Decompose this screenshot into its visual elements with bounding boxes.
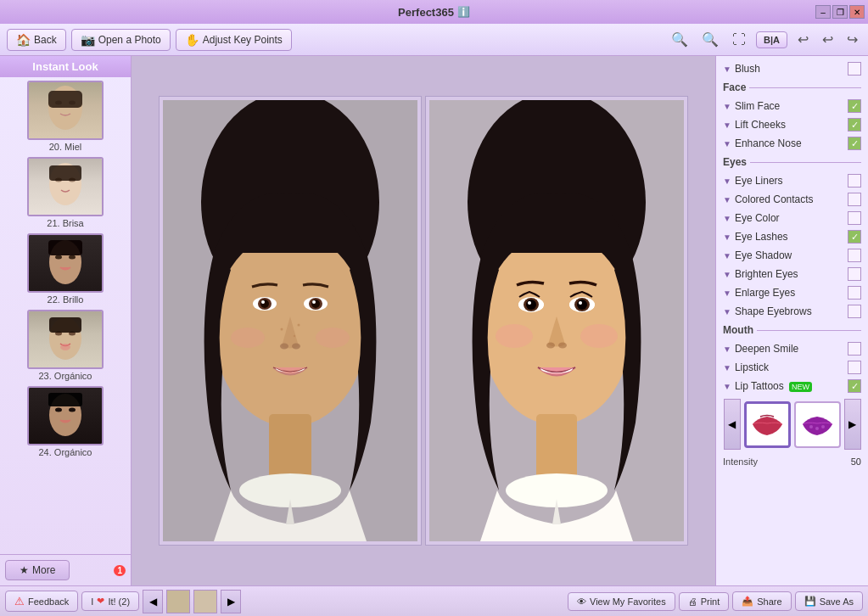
sidebar-item-21[interactable]: 21. Brisa <box>3 157 127 228</box>
lip-tattoos-arrow: ▼ <box>723 382 731 391</box>
eye-color-label: Eye Color <box>735 212 844 224</box>
mouth-section-header: Mouth <box>716 321 868 339</box>
face-section-line <box>749 87 861 88</box>
undo-button[interactable]: ↩ <box>794 30 812 49</box>
open-photo-button[interactable]: 📷 Open a Photo <box>71 29 171 51</box>
more-button[interactable]: ★ More <box>5 560 70 580</box>
svg-point-52 <box>577 300 587 310</box>
redo-button[interactable]: ↪ <box>843 30 861 49</box>
lipstick-checkbox[interactable] <box>848 361 861 374</box>
more-badge: 1 <box>114 565 126 576</box>
adjust-label: Adjust Key Points <box>203 34 283 46</box>
lift-cheeks-checkbox[interactable]: ✓ <box>848 118 861 132</box>
enhanced-face-image <box>429 100 684 541</box>
photo-area <box>132 56 715 585</box>
eye-color-checkbox[interactable] <box>848 211 861 225</box>
print-button[interactable]: 🖨 Print <box>679 592 730 611</box>
enhance-nose-checkbox[interactable]: ✓ <box>848 137 861 150</box>
svg-rect-24 <box>269 414 311 482</box>
svg-point-19 <box>69 408 76 412</box>
shape-eyebrows-label: Shape Eyebrows <box>735 305 844 317</box>
bia-button[interactable]: B|A <box>756 31 787 48</box>
eye-lashes-checkbox[interactable]: ✓ <box>848 230 861 244</box>
svg-point-10 <box>69 255 76 260</box>
adjust-key-points-button[interactable]: ✋ Adjust Key Points <box>176 29 292 51</box>
nav-left-button[interactable]: ◀ <box>143 590 163 613</box>
svg-point-59 <box>815 427 819 430</box>
info-icon: ℹ️ <box>457 6 470 18</box>
zoom-in-button[interactable]: 🔍 <box>668 30 692 49</box>
colored-contacts-label: Colored Contacts <box>735 193 844 205</box>
svg-rect-44 <box>536 414 577 480</box>
lipstick-arrow: ▼ <box>723 363 731 372</box>
photo-navigator: ◀ ▶ <box>143 590 241 613</box>
intensity-label: Intensity <box>723 456 758 467</box>
brighten-eyes-item: ▼ Brighten Eyes <box>716 265 868 283</box>
minimize-button[interactable]: – <box>815 5 831 19</box>
intensity-value: 50 <box>851 456 861 467</box>
enhance-nose-item: ▼ Enhance Nose ✓ <box>716 134 868 153</box>
restore-button[interactable]: ❐ <box>832 5 848 19</box>
i-love-it-button[interactable]: I ❤ It! (2) <box>81 591 139 611</box>
more-icon: ★ <box>20 564 29 576</box>
zoom-out-button[interactable]: 🔍 <box>698 30 722 49</box>
svg-point-57 <box>580 324 618 348</box>
brighten-eyes-arrow: ▼ <box>723 270 731 279</box>
eye-liners-label: Eye Liners <box>735 175 844 187</box>
deepen-smile-checkbox[interactable] <box>848 342 861 356</box>
lip-nav-left[interactable]: ◀ <box>724 399 741 450</box>
lip-nav-right[interactable]: ▶ <box>844 399 861 450</box>
sidebar-item-24[interactable]: 24. Orgánico <box>3 386 127 457</box>
feedback-button[interactable]: ⚠ Feedback <box>5 591 78 612</box>
feedback-label: Feedback <box>28 596 69 607</box>
sidebar-item-23[interactable]: 23. Orgánico <box>3 310 127 381</box>
view-favorites-button[interactable]: 👁 View My Favorites <box>568 592 675 611</box>
colored-contacts-checkbox[interactable] <box>848 193 861 206</box>
enlarge-eyes-checkbox[interactable] <box>848 286 861 300</box>
svg-point-49 <box>528 301 531 305</box>
eye-lashes-arrow: ▼ <box>723 232 731 242</box>
original-face-image <box>163 100 417 541</box>
lip-thumb-2[interactable] <box>794 401 841 448</box>
face-svg-21 <box>40 160 91 213</box>
share-button[interactable]: 📤 Share <box>732 591 791 611</box>
eye-shadow-checkbox[interactable] <box>848 249 861 262</box>
warning-icon: ⚠ <box>14 595 25 608</box>
open-photo-label: Open a Photo <box>98 34 161 46</box>
save-as-label: Save As <box>820 596 854 607</box>
close-button[interactable]: ✕ <box>849 5 865 19</box>
adjust-icon: ✋ <box>185 33 199 47</box>
original-photo-panel <box>159 96 422 546</box>
sidebar-item-22[interactable]: 22. Brillo <box>3 233 127 305</box>
svg-point-55 <box>558 343 567 349</box>
eye-liners-checkbox[interactable] <box>848 174 861 188</box>
shape-eyebrows-checkbox[interactable] <box>848 305 861 318</box>
resize-button[interactable]: ⛶ <box>729 31 749 49</box>
svg-point-54 <box>546 343 555 349</box>
svg-point-38 <box>281 328 283 331</box>
enlarge-eyes-arrow: ▼ <box>723 288 731 298</box>
face-svg-24 <box>40 389 91 442</box>
lip-thumb-1[interactable] <box>744 401 791 448</box>
brighten-eyes-checkbox[interactable] <box>848 267 861 281</box>
enhance-nose-label: Enhance Nose <box>735 137 844 149</box>
undo2-button[interactable]: ↩ <box>819 30 837 49</box>
lip-tattoo-nav: ◀ ▶ <box>716 395 868 453</box>
lip-tattoos-checkbox[interactable]: ✓ <box>848 379 861 393</box>
back-button[interactable]: 🏠 Back <box>7 29 66 51</box>
sidebar-label-24: 24. Orgánico <box>39 447 92 457</box>
right-panel: ▼ Blush Face ▼ Slim Face ✓ ▼ Lift Cheeks… <box>715 56 868 585</box>
title-bar: Perfect365 ℹ️ – ❐ ✕ <box>0 0 868 24</box>
blush-checkbox[interactable] <box>848 62 861 76</box>
nav-right-button[interactable]: ▶ <box>221 590 241 613</box>
slim-face-checkbox[interactable]: ✓ <box>848 99 861 113</box>
svg-point-18 <box>55 408 62 412</box>
sidebar-header: Instant Look <box>0 56 131 77</box>
enhance-nose-arrow: ▼ <box>723 139 731 148</box>
save-as-button[interactable]: 💾 Save As <box>795 591 863 611</box>
lip-tattoos-label: Lip Tattoos NEW <box>735 380 844 392</box>
enhanced-photo-panel <box>425 96 688 546</box>
sidebar-item-20[interactable]: 20. Miel <box>3 81 127 152</box>
svg-point-56 <box>496 324 533 348</box>
eye-color-item: ▼ Eye Color <box>716 209 868 227</box>
